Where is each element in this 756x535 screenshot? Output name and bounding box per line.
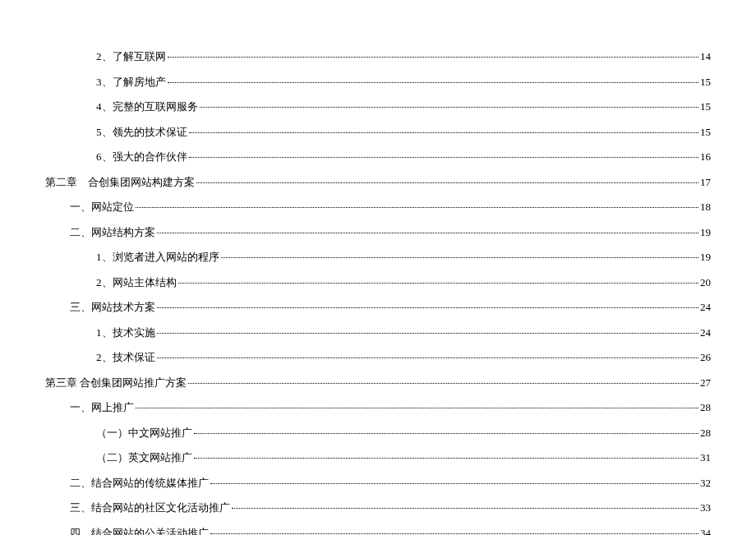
- toc-page-number: 33: [700, 501, 711, 514]
- toc-page-number: 19: [700, 226, 711, 239]
- toc-label: 1、浏览者进入网站的程序: [96, 250, 219, 265]
- toc-entry: （一）中文网站推广28: [45, 426, 711, 440]
- toc-leader-dots: [189, 132, 699, 133]
- toc-label: （一）中文网站推广: [96, 426, 192, 440]
- toc-page-number: 15: [700, 76, 711, 89]
- toc-entry: 四、结合网站的公关活动推广34: [45, 526, 711, 536]
- toc-label: 5、领先的技术保证: [96, 125, 187, 140]
- toc-page-number: 15: [700, 126, 711, 139]
- toc-page-number: 15: [700, 100, 711, 113]
- toc-page-number: 17: [700, 176, 711, 189]
- toc-leader-dots: [194, 433, 698, 434]
- toc-label: 第三章 合创集团网站推广方案: [45, 376, 187, 390]
- toc-leader-dots: [168, 82, 699, 83]
- toc-leader-dots: [200, 107, 699, 108]
- toc-entry: 1、技术实施24: [45, 325, 711, 340]
- toc-label: 2、网站主体结构: [96, 275, 177, 290]
- toc-entry: （二）英文网站推广31: [45, 450, 711, 465]
- toc-label: 二、结合网站的传统媒体推广: [70, 476, 209, 491]
- toc-leader-dots: [136, 207, 698, 208]
- toc-leader-dots: [196, 182, 698, 183]
- toc-entry: 三、结合网站的社区文化活动推广33: [45, 500, 711, 515]
- toc-page-number: 32: [700, 477, 711, 490]
- table-of-contents: 2、了解互联网143、了解房地产154、完整的互联网服务155、领先的技术保证1…: [45, 49, 711, 535]
- toc-entry: 二、网站结构方案19: [45, 225, 711, 240]
- toc-entry: 1、浏览者进入网站的程序19: [45, 250, 711, 265]
- toc-page-number: 31: [700, 451, 711, 464]
- toc-label: 二、网站结构方案: [70, 225, 155, 240]
- toc-entry: 6、强大的合作伙伴16: [45, 150, 711, 164]
- toc-page-number: 18: [700, 201, 711, 214]
- toc-page-number: 24: [700, 326, 711, 339]
- toc-label: 6、强大的合作伙伴: [96, 150, 187, 164]
- toc-page-number: 34: [700, 527, 711, 536]
- toc-page-number: 26: [700, 351, 711, 364]
- toc-entry: 二、结合网站的传统媒体推广32: [45, 476, 711, 491]
- toc-label: 一、网上推广: [70, 400, 134, 415]
- toc-label: 4、完整的互联网服务: [96, 99, 198, 114]
- toc-page-number: 24: [700, 301, 711, 314]
- toc-label: 三、结合网站的社区文化活动推广: [70, 500, 230, 515]
- toc-page-number: 20: [700, 276, 711, 289]
- toc-leader-dots: [194, 458, 698, 459]
- toc-label: 四、结合网站的公关活动推广: [70, 526, 209, 536]
- toc-leader-dots: [221, 257, 699, 258]
- toc-leader-dots: [168, 57, 699, 58]
- toc-page-number: 28: [700, 401, 711, 414]
- toc-entry: 2、了解互联网14: [45, 49, 711, 64]
- toc-label: 3、了解房地产: [96, 75, 166, 90]
- toc-page-number: 19: [700, 251, 711, 264]
- toc-label: 一、网站定位: [70, 200, 134, 214]
- toc-leader-dots: [157, 307, 698, 308]
- toc-page-number: 16: [700, 150, 711, 164]
- toc-label: （二）英文网站推广: [96, 450, 192, 465]
- toc-leader-dots: [189, 157, 699, 158]
- toc-entry: 第三章 合创集团网站推广方案27: [45, 376, 711, 390]
- toc-label: 1、技术实施: [96, 325, 155, 340]
- toc-leader-dots: [210, 533, 698, 534]
- toc-leader-dots: [232, 508, 698, 509]
- toc-page-number: 27: [700, 376, 711, 390]
- toc-leader-dots: [157, 333, 699, 334]
- toc-entry: 4、完整的互联网服务15: [45, 99, 711, 114]
- toc-leader-dots: [157, 233, 698, 233]
- toc-entry: 一、网站定位18: [45, 200, 711, 214]
- toc-leader-dots: [178, 283, 699, 284]
- toc-label: 三、网站技术方案: [70, 300, 155, 315]
- toc-label: 第二章 合创集团网站构建方案: [45, 175, 195, 190]
- toc-page-number: 14: [700, 50, 711, 63]
- toc-leader-dots: [188, 383, 698, 384]
- toc-leader-dots: [136, 408, 698, 408]
- toc-leader-dots: [210, 483, 698, 484]
- toc-entry: 3、了解房地产15: [45, 75, 711, 90]
- toc-page-number: 28: [700, 427, 711, 440]
- toc-entry: 2、技术保证26: [45, 350, 711, 365]
- toc-entry: 第二章 合创集团网站构建方案17: [45, 175, 711, 190]
- toc-entry: 三、网站技术方案24: [45, 300, 711, 315]
- toc-leader-dots: [157, 357, 699, 358]
- toc-label: 2、了解互联网: [96, 49, 166, 64]
- toc-entry: 2、网站主体结构20: [45, 275, 711, 290]
- toc-label: 2、技术保证: [96, 350, 155, 365]
- toc-entry: 5、领先的技术保证15: [45, 125, 711, 140]
- toc-entry: 一、网上推广28: [45, 400, 711, 415]
